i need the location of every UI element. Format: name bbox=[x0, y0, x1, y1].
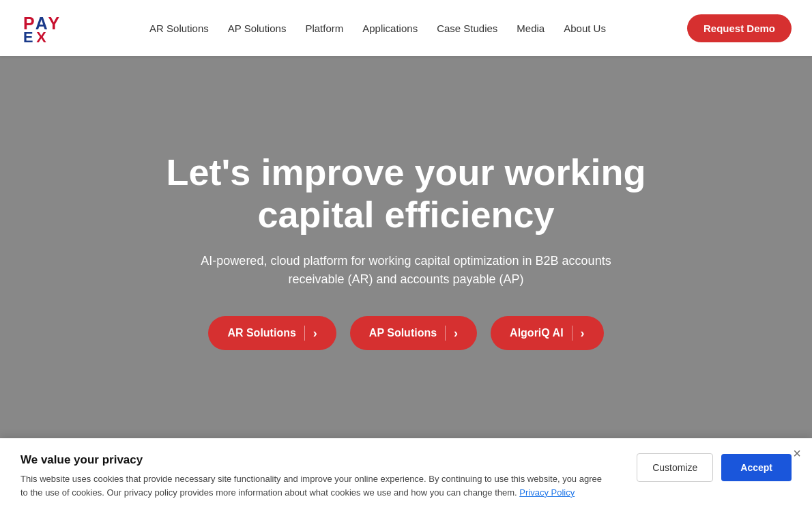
nav-about-us[interactable]: About Us bbox=[564, 23, 606, 34]
logo[interactable]: P A Y E X bbox=[20, 8, 68, 48]
hero-buttons: AR Solutions › AP Solutions › AlgoriQ AI… bbox=[208, 316, 603, 350]
button-divider bbox=[445, 326, 446, 341]
hero-algoriq-ai-button[interactable]: AlgoriQ AI › bbox=[491, 316, 604, 350]
header: P A Y E X AR Solutions AP Solutions Plat… bbox=[0, 0, 812, 56]
cookie-title: We value your privacy bbox=[20, 453, 609, 467]
accept-button[interactable]: Accept bbox=[721, 454, 792, 481]
hero-ap-solutions-button[interactable]: AP Solutions › bbox=[350, 316, 477, 350]
request-demo-button[interactable]: Request Demo bbox=[687, 14, 792, 42]
nav-case-studies[interactable]: Case Studies bbox=[437, 23, 497, 34]
arrow-icon: › bbox=[313, 326, 317, 341]
hero-ar-solutions-button[interactable]: AR Solutions › bbox=[208, 316, 336, 350]
svg-text:E: E bbox=[23, 29, 33, 46]
nav-applications[interactable]: Applications bbox=[362, 23, 418, 34]
nav-platform[interactable]: Platform bbox=[305, 23, 343, 34]
hero-section: Let's improve your working capital effic… bbox=[0, 56, 812, 445]
nav-ar-solutions[interactable]: AR Solutions bbox=[149, 23, 209, 34]
button-divider bbox=[572, 326, 572, 341]
privacy-policy-link[interactable]: Privacy Policy bbox=[519, 487, 575, 498]
svg-text:X: X bbox=[36, 29, 46, 46]
hero-subtext: AI-powered, cloud platform for working c… bbox=[188, 252, 624, 289]
hero-heading: Let's improve your working capital effic… bbox=[160, 151, 652, 235]
customize-button[interactable]: Customize bbox=[637, 453, 713, 482]
cookie-close-button[interactable]: × bbox=[793, 446, 801, 460]
cookie-actions: Customize Accept bbox=[637, 453, 792, 482]
cookie-body: This website uses cookies that provide n… bbox=[20, 472, 609, 499]
arrow-icon: › bbox=[581, 326, 585, 341]
nav-ap-solutions[interactable]: AP Solutions bbox=[228, 23, 287, 34]
nav-media[interactable]: Media bbox=[517, 23, 545, 34]
main-nav: AR Solutions AP Solutions Platform Appli… bbox=[149, 23, 606, 34]
arrow-icon: › bbox=[454, 326, 458, 341]
button-divider bbox=[304, 326, 305, 341]
svg-text:Y: Y bbox=[48, 14, 59, 33]
cookie-text: We value your privacy This website uses … bbox=[20, 453, 609, 499]
cookie-banner: We value your privacy This website uses … bbox=[0, 438, 812, 514]
